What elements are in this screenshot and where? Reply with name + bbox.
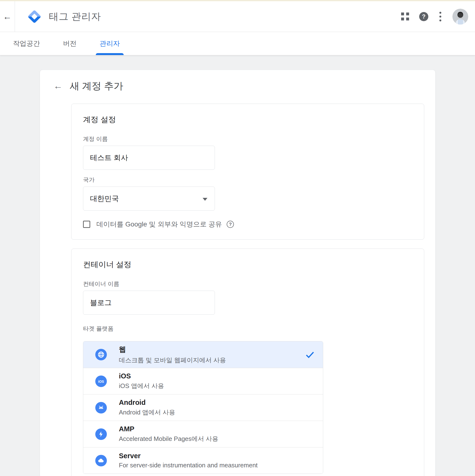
android-icon	[95, 402, 107, 413]
ios-icon: iOS	[95, 375, 107, 387]
back-arrow-icon: ←	[3, 12, 12, 21]
active-tab-underline	[96, 53, 124, 55]
target-platform-label: 타겟 플랫폼	[83, 325, 412, 332]
server-cloud-icon	[95, 455, 107, 466]
account-settings-panel: 계정 설정 계정 이름 국가 대한민국 데이터를 Google 및 외부와 익명…	[71, 104, 424, 240]
platform-name: 웹	[119, 345, 226, 354]
container-name-label: 컨테이너 이름	[83, 280, 412, 288]
account-name-input[interactable]	[83, 146, 215, 170]
user-avatar[interactable]	[452, 9, 468, 25]
more-options-kebab-icon[interactable]	[438, 11, 442, 22]
platform-row-android[interactable]: Android Android 앱에서 사용	[83, 394, 323, 421]
platform-row-ios[interactable]: iOS iOS iOS 앱에서 사용	[83, 368, 323, 394]
app-header: ← 태그 관리자 ?	[0, 1, 475, 32]
platform-desc: Android 앱에서 사용	[119, 408, 175, 417]
chevron-down-icon	[203, 198, 207, 201]
page-title: 새 계정 추가	[70, 79, 123, 93]
share-help-icon[interactable]: ?	[227, 221, 234, 228]
tab-admin-label: 관리자	[100, 39, 120, 48]
page-back-arrow-icon[interactable]: ←	[54, 81, 64, 91]
account-name-label: 계정 이름	[83, 135, 412, 143]
platform-name: Android	[119, 399, 175, 407]
target-platform-list: 웹 데스크톱 및 모바일 웹페이지에서 사용 iOS iOS	[83, 341, 323, 474]
header-back-button[interactable]: ←	[0, 1, 15, 32]
tab-versions[interactable]: 버전	[59, 32, 80, 55]
platform-name: iOS	[119, 372, 164, 380]
tab-admin[interactable]: 관리자	[96, 32, 124, 55]
web-globe-icon	[95, 349, 107, 360]
account-settings-title: 계정 설정	[83, 114, 412, 125]
tag-manager-logo-icon	[28, 10, 41, 23]
amp-lightning-icon	[95, 428, 107, 440]
platform-row-server[interactable]: Server For server-side instrumentation a…	[83, 447, 323, 474]
add-account-card: ← 새 계정 추가 계정 설정 계정 이름 국가 대한민국 데이터를 Googl…	[40, 70, 436, 476]
selected-checkmark-icon	[305, 349, 315, 360]
container-settings-title: 컨테이너 설정	[83, 259, 412, 270]
platform-desc: 데스크톱 및 모바일 웹페이지에서 사용	[119, 356, 226, 364]
share-data-checkbox[interactable]	[83, 221, 90, 228]
platform-name: Server	[119, 452, 258, 460]
container-name-input[interactable]	[83, 291, 215, 315]
country-selected-value: 대한민국	[90, 194, 119, 204]
google-apps-grid-icon[interactable]	[401, 13, 409, 20]
svg-text:iOS: iOS	[98, 379, 104, 383]
container-settings-panel: 컨테이너 설정 컨테이너 이름 타겟 플랫폼 웹 데스크톱 및 모	[71, 249, 424, 476]
platform-name: AMP	[119, 425, 218, 433]
platform-desc: iOS 앱에서 사용	[119, 382, 164, 390]
tab-workspace[interactable]: 작업공간	[9, 32, 44, 55]
platform-desc: For server-side instrumentation and meas…	[119, 461, 258, 469]
app-title: 태그 관리자	[49, 10, 101, 23]
help-icon[interactable]: ?	[419, 12, 428, 21]
main-tabbar: 작업공간 버전 관리자	[0, 32, 475, 55]
content-area: ← 새 계정 추가 계정 설정 계정 이름 국가 대한민국 데이터를 Googl…	[0, 55, 475, 476]
tab-workspace-label: 작업공간	[13, 39, 40, 48]
platform-row-amp[interactable]: AMP Accelerated Mobile Pages에서 사용	[83, 421, 323, 447]
country-label: 국가	[83, 176, 412, 184]
country-select[interactable]: 대한민국	[83, 187, 215, 211]
share-data-label: 데이터를 Google 및 외부와 익명으로 공유	[96, 220, 222, 229]
tab-versions-label: 버전	[63, 39, 76, 48]
platform-desc: Accelerated Mobile Pages에서 사용	[119, 435, 218, 443]
platform-row-web[interactable]: 웹 데스크톱 및 모바일 웹페이지에서 사용	[83, 341, 323, 368]
